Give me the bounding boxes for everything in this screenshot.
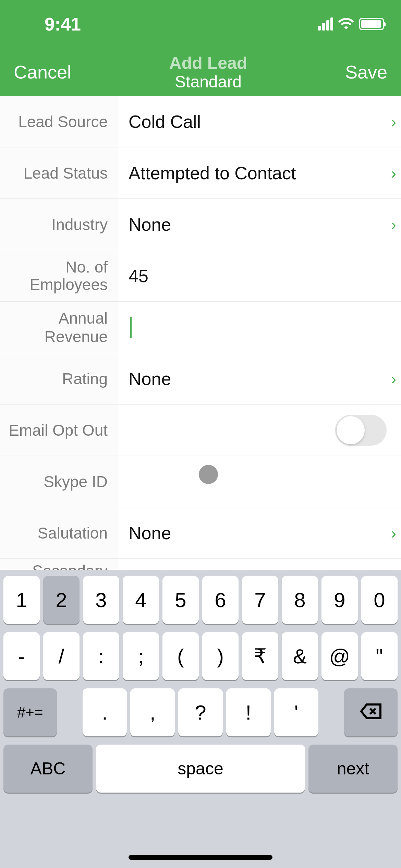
save-button[interactable]: Save <box>345 61 387 83</box>
key-rupee[interactable]: ₹ <box>242 632 278 680</box>
email-opt-out-row: Email Opt Out <box>0 405 401 456</box>
key-5[interactable]: 5 <box>162 576 199 624</box>
skype-id-row[interactable]: Skype ID <box>0 456 401 507</box>
industry-row[interactable]: Industry None › <box>0 199 401 250</box>
chevron-right-icon: › <box>391 164 401 182</box>
salutation-value: None <box>118 523 391 543</box>
home-indicator[interactable] <box>129 855 272 860</box>
nav-title-group: Add Lead Standard <box>71 53 345 91</box>
lead-status-label: Lead Status <box>0 147 118 198</box>
key-9[interactable]: 9 <box>321 576 358 624</box>
lead-source-row[interactable]: Lead Source Cold Call › <box>0 96 401 147</box>
lead-status-row[interactable]: Lead Status Attempted to Contact › <box>0 147 401 199</box>
keyboard: 1 2 3 4 5 6 7 8 9 0 - / : ; ( ) ₹ & @ " … <box>0 570 401 868</box>
key-4[interactable]: 4 <box>123 576 159 624</box>
keyboard-row-4: ABC space next <box>3 745 398 793</box>
key-lparen[interactable]: ( <box>162 632 199 680</box>
text-cursor-icon <box>130 317 132 338</box>
keyboard-row-1: 1 2 3 4 5 6 7 8 9 0 <box>3 576 398 624</box>
wifi-icon <box>338 17 354 31</box>
key-colon[interactable]: : <box>83 632 119 680</box>
key-comma[interactable]: , <box>130 688 175 736</box>
salutation-row[interactable]: Salutation None › <box>0 507 401 559</box>
annual-revenue-input[interactable] <box>118 317 401 338</box>
salutation-label: Salutation <box>0 507 118 558</box>
annual-revenue-label: Annual Revenue <box>0 302 118 353</box>
key-space[interactable]: space <box>96 745 305 793</box>
key-0[interactable]: 0 <box>361 576 398 624</box>
employees-row[interactable]: No. of Employees 45 <box>0 250 401 302</box>
key-quote[interactable]: " <box>361 632 398 680</box>
secondary-label: Secondary <box>0 559 118 570</box>
key-8[interactable]: 8 <box>282 576 318 624</box>
skype-id-label: Skype ID <box>0 456 118 507</box>
key-backspace[interactable] <box>344 688 398 736</box>
keyboard-row-2: - / : ; ( ) ₹ & @ " <box>3 632 398 680</box>
key-amp[interactable]: & <box>282 632 318 680</box>
key-question[interactable]: ? <box>178 688 223 736</box>
toggle-knob-icon <box>337 416 365 444</box>
cellular-signal-icon <box>318 17 333 31</box>
key-1[interactable]: 1 <box>3 576 40 624</box>
employees-value[interactable]: 45 <box>118 266 401 286</box>
email-opt-out-toggle[interactable] <box>335 415 387 446</box>
battery-icon <box>359 18 384 30</box>
key-7[interactable]: 7 <box>242 576 278 624</box>
status-bar: 9:41 <box>0 0 401 48</box>
key-exclaim[interactable]: ! <box>226 688 271 736</box>
nav-bar: Cancel Add Lead Standard Save <box>0 48 401 96</box>
key-semicolon[interactable]: ; <box>123 632 159 680</box>
key-3[interactable]: 3 <box>83 576 119 624</box>
chevron-right-icon: › <box>391 112 401 131</box>
chevron-right-icon: › <box>391 370 401 388</box>
rating-row[interactable]: Rating None › <box>0 353 401 405</box>
email-opt-out-value <box>118 415 401 446</box>
annual-revenue-row[interactable]: Annual Revenue <box>0 302 401 353</box>
cancel-button[interactable]: Cancel <box>14 61 71 83</box>
key-at[interactable]: @ <box>321 632 358 680</box>
key-mode-symbols[interactable]: #+= <box>3 688 57 736</box>
keyboard-row-3: #+= . , ? ! ' <box>3 688 398 736</box>
industry-value: None <box>118 214 391 235</box>
rating-label: Rating <box>0 353 118 404</box>
lead-source-value: Cold Call <box>118 111 391 132</box>
page-title: Add Lead <box>71 53 345 73</box>
key-period[interactable]: . <box>83 688 127 736</box>
backspace-icon <box>360 701 382 724</box>
status-icons <box>318 17 384 31</box>
key-dash[interactable]: - <box>3 632 40 680</box>
key-slash[interactable]: / <box>43 632 80 680</box>
industry-label: Industry <box>0 199 118 250</box>
chevron-right-icon: › <box>391 524 401 542</box>
key-2[interactable]: 2 <box>43 576 80 624</box>
form-list[interactable]: Lead Source Cold Call › Lead Status Atte… <box>0 96 401 570</box>
status-time: 9:41 <box>45 14 81 35</box>
key-next[interactable]: next <box>308 745 398 793</box>
secondary-row[interactable]: Secondary <box>0 559 401 570</box>
lead-status-value: Attempted to Contact <box>118 163 391 183</box>
rating-value: None <box>118 369 391 389</box>
key-apostrophe[interactable]: ' <box>274 688 319 736</box>
employees-label: No. of Employees <box>0 250 118 301</box>
key-6[interactable]: 6 <box>202 576 239 624</box>
chevron-right-icon: › <box>391 215 401 234</box>
key-rparen[interactable]: ) <box>202 632 239 680</box>
lead-source-label: Lead Source <box>0 96 118 147</box>
employees-label-text: No. of Employees <box>0 258 108 293</box>
page-subtitle: Standard <box>71 72 345 91</box>
email-opt-out-label: Email Opt Out <box>0 405 118 456</box>
key-abc[interactable]: ABC <box>3 745 93 793</box>
